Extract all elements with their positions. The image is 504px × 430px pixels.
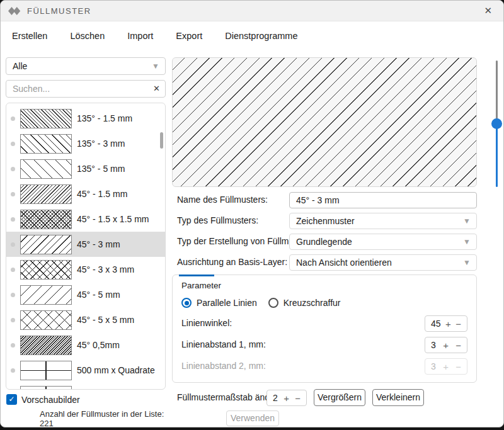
pattern-swatch xyxy=(20,134,72,154)
pattern-swatch xyxy=(20,361,72,380)
plus-icon[interactable]: + xyxy=(443,340,449,351)
scale-row: Füllmustermaßstab ändern: 2 + − Vergröße… xyxy=(172,389,477,407)
pattern-label: 45° - 1.5 x 1.5 mm xyxy=(77,214,149,224)
bullet-icon xyxy=(11,142,15,146)
menu-item-dienstprogramme[interactable]: Dienstprogramme xyxy=(225,31,297,41)
pattern-swatch xyxy=(20,336,72,355)
creation-type-value: Grundlegende xyxy=(296,237,352,247)
list-item[interactable]: 45° - 3 mm xyxy=(6,232,165,257)
pattern-editor-panel: Name des Füllmusters: Typ des Füllmuster… xyxy=(172,57,477,383)
pattern-label: 500 mm x Quadrate xyxy=(77,365,155,375)
scale-stepper: 2 + − xyxy=(266,390,307,406)
clear-search-icon[interactable]: ✕ xyxy=(153,81,160,97)
name-label: Name des Füllmusters: xyxy=(177,195,268,205)
list-item[interactable]: 45° - 1.5 mm xyxy=(6,181,165,207)
alignment-value: Nach Ansicht orientieren xyxy=(296,257,392,268)
search-input[interactable] xyxy=(6,81,165,97)
pattern-label: 45° - 5 x 5 mm xyxy=(77,315,134,325)
fill-pattern-dialog: FÜLLMUSTER ✕ Erstellen Löschen Import Ex… xyxy=(0,0,504,427)
alignment-label: Ausrichtung an Basis-Layer: xyxy=(177,257,287,267)
pattern-count-text: Anzahl der Füllmuster in der Liste: 221 xyxy=(40,409,166,427)
menu-item-import[interactable]: Import xyxy=(127,31,153,41)
screen-edge xyxy=(0,427,504,430)
bullet-icon xyxy=(11,343,15,348)
line-spacing-2-label: Linienabstand 2, mm: xyxy=(181,361,266,371)
preview-checkbox-label: Vorschaubilder xyxy=(21,395,80,405)
line-spacing-1-label: Linienabstand 1, mm: xyxy=(181,339,266,349)
type-label: Typ des Füllmusters: xyxy=(177,215,258,225)
parameter-group: Parameter Parallele Linien Kreuzschraffu… xyxy=(172,274,477,383)
line-angle-value[interactable]: 45 xyxy=(431,319,441,329)
list-item[interactable]: 45° - 1.5 x 1.5 mm xyxy=(6,207,165,232)
parameter-accent-bar xyxy=(179,274,214,276)
bullet-icon xyxy=(11,268,15,272)
list-item[interactable]: 45° - 3 x 3 mm xyxy=(6,257,165,282)
line-spacing-1-value[interactable]: 3 xyxy=(431,340,436,350)
pattern-label: 135° - 1.5 mm xyxy=(77,113,132,123)
chevron-down-icon: ▼ xyxy=(152,58,159,74)
line-spacing-2-value: 3 xyxy=(431,361,436,371)
minus-icon[interactable]: − xyxy=(455,319,461,329)
list-item[interactable]: 135° - 5 mm xyxy=(6,156,165,181)
bullet-icon xyxy=(11,242,15,247)
title-bar: FÜLLMUSTER ✕ xyxy=(1,1,503,21)
line-angle-label: Linienwinkel: xyxy=(181,318,232,328)
pattern-label: 135° - 3 mm xyxy=(77,139,125,149)
chevron-down-icon: ▼ xyxy=(463,213,471,229)
slider-track-lower xyxy=(496,123,498,187)
list-item[interactable]: 45° - 5 x 5 mm xyxy=(6,307,165,332)
pattern-label: 45° - 1.5 mm xyxy=(77,189,127,199)
preview-zoom-slider[interactable] xyxy=(491,60,501,187)
scale-value[interactable]: 2 xyxy=(273,393,278,403)
pattern-list-panel: Alle ▼ ✕ 135° - 1.5 mm135° - 3 mm135° - … xyxy=(6,57,166,427)
scrollbar-thumb[interactable] xyxy=(160,132,163,149)
apply-button[interactable]: Verwenden xyxy=(226,410,279,426)
line-spacing-1-row: Linienabstand 1, mm: 3 + − xyxy=(173,337,476,353)
name-input[interactable] xyxy=(289,192,477,208)
list-item[interactable]: 45° - 5 mm xyxy=(6,282,165,307)
pattern-swatch xyxy=(20,184,72,204)
menu-bar: Erstellen Löschen Import Export Dienstpr… xyxy=(1,21,503,50)
line-spacing-1-stepper: 3 + − xyxy=(425,337,467,353)
parameter-title: Parameter xyxy=(181,281,221,290)
minus-icon: − xyxy=(455,361,461,372)
list-item[interactable]: 500 mm x Quadrate xyxy=(6,358,165,383)
creation-type-dropdown[interactable]: Grundlegende ▼ xyxy=(289,234,477,250)
type-dropdown[interactable]: Zeichenmuster ▼ xyxy=(289,213,477,229)
window-title: FÜLLMUSTER xyxy=(27,6,91,16)
preview-checkbox[interactable]: ✓ xyxy=(6,394,17,405)
bullet-icon xyxy=(11,318,15,322)
plus-icon[interactable]: + xyxy=(284,393,289,404)
bullet-icon xyxy=(11,116,15,121)
alignment-dropdown[interactable]: Nach Ansicht orientieren ▼ xyxy=(289,254,477,271)
menu-item-loeschen[interactable]: Löschen xyxy=(70,31,105,41)
minus-icon[interactable]: − xyxy=(295,393,301,404)
shrink-button[interactable]: Verkleinern xyxy=(372,389,424,406)
close-icon[interactable]: ✕ xyxy=(480,5,496,16)
radio-parallel-lines-label: Parallele Linien xyxy=(197,298,257,308)
radio-parallel-lines[interactable] xyxy=(181,298,192,308)
list-item[interactable] xyxy=(6,383,165,390)
list-item[interactable]: 135° - 3 mm xyxy=(6,131,165,156)
list-item[interactable]: 45° 0,5mm xyxy=(6,332,165,358)
pattern-label: 135° - 5 mm xyxy=(77,164,125,174)
filter-dropdown[interactable]: Alle ▼ xyxy=(6,57,166,75)
slider-thumb[interactable] xyxy=(491,118,502,129)
type-value: Zeichenmuster xyxy=(296,216,355,226)
pattern-swatch xyxy=(20,260,72,280)
minus-icon[interactable]: − xyxy=(455,340,461,351)
alignment-row: Ausrichtung an Basis-Layer: Nach Ansicht… xyxy=(172,254,477,271)
plus-icon: + xyxy=(443,361,449,372)
name-row: Name des Füllmusters: xyxy=(172,192,477,208)
enlarge-button[interactable]: Vergrößern xyxy=(314,389,365,406)
radio-crosshatch[interactable] xyxy=(268,298,278,308)
pattern-swatch xyxy=(20,386,72,390)
filter-value: Alle xyxy=(13,61,27,71)
pattern-preview xyxy=(172,57,477,187)
line-angle-row: Linienwinkel: 45 + − xyxy=(173,315,476,332)
pattern-swatch xyxy=(20,235,72,254)
menu-item-erstellen[interactable]: Erstellen xyxy=(12,31,47,41)
menu-item-export[interactable]: Export xyxy=(176,31,202,41)
list-item[interactable]: 135° - 1.5 mm xyxy=(6,106,165,131)
plus-icon[interactable]: + xyxy=(445,319,451,329)
